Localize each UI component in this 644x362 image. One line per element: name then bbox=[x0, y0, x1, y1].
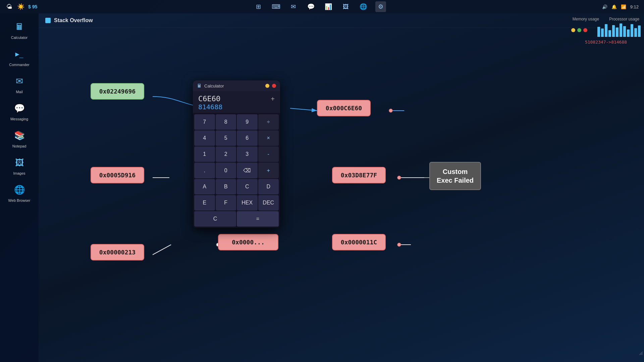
node-label: 0x00000213 bbox=[99, 249, 136, 256]
calc-btn-E[interactable]: E bbox=[194, 195, 215, 210]
sidebar-item-calculator[interactable]: 🖩 Calculator bbox=[4, 17, 35, 42]
node-0x03D8E77F[interactable]: 0x03D8E77F bbox=[332, 167, 386, 183]
calc-close-button[interactable] bbox=[272, 84, 276, 88]
mail-icon: ✉ bbox=[12, 74, 27, 88]
node-label: 0x000C6E60 bbox=[326, 105, 362, 112]
taskbar-globe-icon[interactable]: 🌐 bbox=[358, 1, 369, 12]
taskbar-center: ⊞ ⌨ ✉ 💬 📊 🖼 🌐 ⚙ bbox=[37, 1, 602, 12]
calc-btn-3[interactable]: 3 bbox=[237, 146, 258, 162]
calc-btn-4[interactable]: 4 bbox=[194, 130, 215, 146]
svg-point-10 bbox=[389, 109, 392, 112]
taskbar-settings-icon[interactable]: ⚙ bbox=[375, 1, 386, 12]
sidebar-item-web-browser[interactable]: 🌐 Web Browser bbox=[4, 180, 35, 205]
window-header: Stack Overflow bbox=[39, 13, 644, 28]
taskbar-terminal-icon[interactable]: ⌨ bbox=[271, 1, 281, 12]
calc-plus-icon[interactable]: + bbox=[271, 95, 275, 103]
calc-btn-div[interactable]: ÷ bbox=[258, 114, 279, 130]
calc-btn-equal[interactable]: = bbox=[237, 211, 279, 227]
calc-btn-7[interactable]: 7 bbox=[194, 114, 215, 130]
bell-icon[interactable]: 🔔 bbox=[611, 4, 617, 9]
window-icon bbox=[45, 18, 51, 23]
sidebar-label-images: Images bbox=[13, 171, 25, 175]
sidebar-label-messaging: Messaging bbox=[10, 117, 28, 121]
calc-btn-C[interactable]: C bbox=[237, 179, 258, 194]
node-0x02249696[interactable]: 0x02249696 bbox=[91, 83, 144, 100]
calc-display-dec: 814688 bbox=[198, 103, 275, 111]
messaging-icon: 💬 bbox=[12, 101, 27, 116]
calc-btn-9[interactable]: 9 bbox=[237, 114, 258, 130]
node-0x0005D916[interactable]: 0x0005D916 bbox=[91, 167, 144, 183]
calc-btn-A[interactable]: A bbox=[194, 179, 215, 194]
node-label: 0x0005D916 bbox=[99, 172, 136, 179]
processor-usage-label: Processor usage bbox=[609, 17, 639, 21]
processor-usage-section: Processor usage bbox=[609, 17, 639, 21]
calc-btn-0[interactable]: 0 bbox=[216, 163, 236, 178]
calc-title-text: Calculator bbox=[204, 83, 263, 88]
sidebar-item-images[interactable]: 🖼 Images bbox=[4, 153, 35, 178]
main-area: Stack Overflow Memory usage Processor us… bbox=[39, 13, 644, 362]
window-title: Stack Overflow bbox=[54, 17, 93, 23]
calc-minimize-button[interactable] bbox=[265, 84, 269, 88]
taskbar-chart-icon[interactable]: 📊 bbox=[323, 1, 334, 12]
calc-btn-dot[interactable]: . bbox=[194, 163, 215, 178]
calc-btn-mul[interactable]: × bbox=[258, 130, 279, 146]
node-label: 0x03D8E77F bbox=[341, 172, 377, 179]
taskbar-right: 🔊 🔔 📶 9:12 bbox=[602, 4, 639, 9]
svg-line-16 bbox=[642, 354, 643, 355]
calc-btn-backspace[interactable]: ⌫ bbox=[237, 163, 258, 178]
sidebar-label-mail: Mail bbox=[16, 90, 22, 94]
calc-btn-8[interactable]: 8 bbox=[216, 114, 236, 130]
sidebar-item-notepad[interactable]: 📚 Notepad bbox=[4, 125, 35, 151]
calc-btn-6[interactable]: 6 bbox=[237, 130, 258, 146]
sidebar-label-notepad: Notepad bbox=[12, 144, 26, 148]
calc-btn-2[interactable]: 2 bbox=[216, 146, 236, 162]
sidebar-item-commander[interactable]: ▶_ Commander bbox=[4, 44, 35, 69]
taskbar-mail-icon[interactable]: ✉ bbox=[288, 1, 299, 12]
calc-titlebar: 🖩 Calculator bbox=[193, 80, 280, 91]
exec-failed-box: Custom Exec Failed bbox=[429, 162, 481, 190]
sidebar-item-messaging[interactable]: 💬 Messaging bbox=[4, 98, 35, 124]
svg-line-1 bbox=[290, 108, 317, 111]
svg-point-11 bbox=[397, 176, 401, 179]
sidebar-label-calculator: Calculator bbox=[11, 36, 28, 40]
svg-point-12 bbox=[397, 243, 401, 246]
price-label: $ 95 bbox=[28, 4, 37, 9]
calc-btn-DEC[interactable]: DEC bbox=[258, 195, 279, 210]
sun-icon: ☀️ bbox=[17, 3, 25, 11]
commander-icon: ▶_ bbox=[12, 47, 27, 61]
memory-usage-label: Memory usage bbox=[573, 17, 599, 21]
exec-failed-line1: Custom bbox=[443, 168, 468, 175]
calc-btn-1[interactable]: 1 bbox=[194, 146, 215, 162]
calc-display-hex: C6E60 bbox=[198, 95, 275, 103]
taskbar: 🌤 ☀️ $ 95 ⊞ ⌨ ✉ 💬 📊 🖼 🌐 ⚙ 🔊 🔔 📶 9:12 bbox=[0, 0, 644, 13]
calc-btn-F[interactable]: F bbox=[216, 195, 236, 210]
taskbar-image-icon[interactable]: 🖼 bbox=[340, 1, 351, 12]
calc-btn-HEX[interactable]: HEX bbox=[237, 195, 258, 210]
calc-btn-D[interactable]: D bbox=[258, 179, 279, 194]
sidebar: 🖩 Calculator ▶_ Commander ✉ Mail 💬 Messa… bbox=[0, 13, 39, 362]
calc-display: C6E60 814688 + bbox=[193, 91, 280, 113]
connectors-svg bbox=[39, 28, 644, 356]
calc-btn-sub[interactable]: - bbox=[258, 146, 279, 162]
volume-icon[interactable]: 🔊 bbox=[602, 4, 607, 9]
svg-line-5 bbox=[153, 245, 171, 255]
calc-btn-B[interactable]: B bbox=[216, 179, 236, 194]
notepad-icon: 📚 bbox=[12, 128, 27, 143]
weather-icon: 🌤 bbox=[5, 3, 13, 11]
resize-handle[interactable] bbox=[638, 350, 643, 355]
taskbar-grid-icon[interactable]: ⊞ bbox=[253, 1, 264, 12]
calculator-window: 🖩 Calculator C6E60 814688 + 7 8 9 ÷ 4 5 … bbox=[193, 80, 280, 228]
images-icon: 🖼 bbox=[12, 155, 27, 170]
calc-buttons: 7 8 9 ÷ 4 5 6 × 1 2 3 - . 0 ⌫ + A B C D … bbox=[193, 113, 280, 228]
node-0x000C6E60[interactable]: 0x000C6E60 bbox=[317, 100, 371, 116]
sidebar-label-commander: Commander bbox=[9, 63, 30, 67]
calc-btn-add[interactable]: + bbox=[258, 163, 279, 178]
calc-btn-5[interactable]: 5 bbox=[216, 130, 236, 146]
taskbar-chat-icon[interactable]: 💬 bbox=[306, 1, 316, 12]
node-0x0000[interactable]: 0x0000... bbox=[218, 234, 278, 250]
node-0x0000011C[interactable]: 0x0000011C bbox=[332, 234, 386, 250]
calc-btn-clear[interactable]: C bbox=[194, 211, 236, 227]
sidebar-item-mail[interactable]: ✉ Mail bbox=[4, 71, 35, 97]
node-0x00000213[interactable]: 0x00000213 bbox=[91, 244, 144, 260]
web-browser-icon: 🌐 bbox=[12, 182, 27, 197]
